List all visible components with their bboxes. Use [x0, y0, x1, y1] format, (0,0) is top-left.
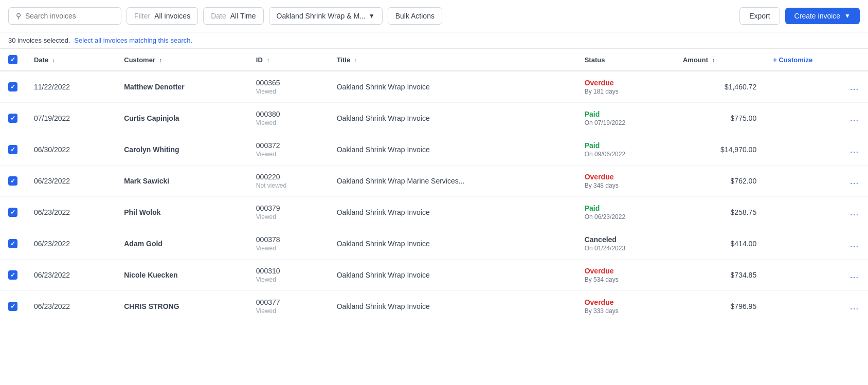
row-more-button[interactable]: …: [849, 270, 860, 281]
customize-link[interactable]: + Customize: [773, 56, 817, 64]
row-more-button[interactable]: …: [849, 176, 860, 187]
row-status: Paid On 09/06/2022: [576, 134, 675, 166]
th-customize[interactable]: + Customize: [765, 49, 868, 71]
row-checkbox-cell[interactable]: [0, 134, 26, 166]
select-all-checkbox-header[interactable]: [0, 49, 26, 71]
th-date[interactable]: Date ↓: [26, 49, 116, 71]
row-checkbox[interactable]: [8, 176, 17, 186]
row-amount: $258.75: [675, 197, 765, 228]
table-row: 06/23/2022 Phil Wolok 000379 Viewed Oakl…: [0, 197, 868, 228]
table-row: 06/30/2022 Carolyn Whiting 000372 Viewed…: [0, 134, 868, 166]
row-id[interactable]: 000372 Viewed: [248, 134, 329, 166]
row-title[interactable]: Oakland Shrink Wrap Invoice: [329, 291, 576, 322]
row-id[interactable]: 000310 Viewed: [248, 260, 329, 291]
row-amount: $796.95: [675, 291, 765, 322]
row-checkbox-cell[interactable]: [0, 228, 26, 260]
row-checkbox[interactable]: [8, 270, 17, 280]
row-actions-cell[interactable]: …: [765, 260, 868, 291]
date-button[interactable]: Date All Time: [203, 7, 263, 25]
row-actions-cell[interactable]: …: [765, 71, 868, 103]
row-more-button[interactable]: …: [849, 239, 860, 249]
search-input[interactable]: [25, 12, 114, 20]
customer-filter-button[interactable]: Oakland Shrink Wrap & M... ▼: [269, 7, 383, 25]
row-checkbox[interactable]: [8, 208, 17, 217]
row-customer[interactable]: Adam Gold: [116, 228, 248, 260]
export-button[interactable]: Export: [739, 7, 780, 25]
sort-title-icon: ↑: [354, 57, 357, 63]
row-checkbox[interactable]: [8, 114, 17, 123]
th-id[interactable]: ID ↑: [248, 49, 329, 71]
row-checkbox[interactable]: [8, 302, 17, 311]
row-checkbox[interactable]: [8, 239, 17, 248]
row-title[interactable]: Oakland Shrink Wrap Invoice: [329, 134, 576, 166]
th-status[interactable]: Status: [576, 49, 675, 71]
th-amount[interactable]: Amount ↑: [675, 49, 765, 71]
selection-bar: 30 invoices selected. Select all invoice…: [0, 32, 868, 49]
row-actions-cell[interactable]: …: [765, 291, 868, 322]
row-id[interactable]: 000379 Viewed: [248, 197, 329, 228]
create-invoice-button[interactable]: Create invoice ▼: [785, 8, 860, 24]
row-customer[interactable]: Phil Wolok: [116, 197, 248, 228]
row-checkbox-cell[interactable]: [0, 291, 26, 322]
bulk-actions-button[interactable]: Bulk Actions: [388, 7, 442, 25]
filter-button[interactable]: Filter All invoices: [126, 7, 198, 25]
row-checkbox-cell[interactable]: [0, 103, 26, 134]
selection-count: 30 invoices selected.: [8, 36, 70, 44]
row-customer[interactable]: Carolyn Whiting: [116, 134, 248, 166]
row-checkbox-cell[interactable]: [0, 197, 26, 228]
header-checkbox[interactable]: [8, 55, 17, 64]
row-date: 11/22/2022: [26, 71, 116, 103]
th-title[interactable]: Title ↑: [329, 49, 576, 71]
row-title[interactable]: Oakland Shrink Wrap Invoice: [329, 197, 576, 228]
row-actions-cell[interactable]: …: [765, 134, 868, 166]
row-id[interactable]: 000378 Viewed: [248, 228, 329, 260]
row-customer[interactable]: Mark Sawicki: [116, 166, 248, 197]
row-checkbox-cell[interactable]: [0, 71, 26, 103]
row-title[interactable]: Oakland Shrink Wrap Invoice: [329, 260, 576, 291]
row-actions-cell[interactable]: …: [765, 103, 868, 134]
row-checkbox[interactable]: [8, 145, 17, 154]
row-id[interactable]: 000380 Viewed: [248, 103, 329, 134]
date-value: All Time: [230, 12, 256, 20]
row-more-button[interactable]: …: [849, 82, 860, 93]
sort-id-icon: ↑: [266, 57, 269, 63]
row-title[interactable]: Oakland Shrink Wrap Invoice: [329, 103, 576, 134]
row-customer[interactable]: Curtis Capinjola: [116, 103, 248, 134]
date-label: Date: [211, 12, 226, 20]
row-checkbox-cell[interactable]: [0, 166, 26, 197]
select-all-link[interactable]: Select all invoices matching this search…: [74, 36, 192, 44]
row-more-button[interactable]: …: [849, 207, 860, 218]
table-row: 06/23/2022 CHRIS STRONG 000377 Viewed Oa…: [0, 291, 868, 322]
sort-amount-icon: ↑: [712, 57, 715, 63]
invoices-table: Date ↓ Customer ↑ ID ↑ Title ↑ Status: [0, 49, 868, 322]
invoices-table-container: Date ↓ Customer ↑ ID ↑ Title ↑ Status: [0, 49, 868, 322]
row-more-button[interactable]: …: [849, 301, 860, 312]
toolbar: ⚲ Filter All invoices Date All Time Oakl…: [0, 0, 868, 32]
row-id[interactable]: 000377 Viewed: [248, 291, 329, 322]
row-actions-cell[interactable]: …: [765, 166, 868, 197]
row-more-button[interactable]: …: [849, 144, 860, 155]
create-invoice-label: Create invoice: [794, 12, 841, 20]
filter-value: All invoices: [154, 12, 190, 20]
row-id[interactable]: 000365 Viewed: [248, 71, 329, 103]
row-actions-cell[interactable]: …: [765, 197, 868, 228]
row-actions-cell[interactable]: …: [765, 228, 868, 260]
row-title[interactable]: Oakland Shrink Wrap Invoice: [329, 228, 576, 260]
bulk-actions-label: Bulk Actions: [395, 12, 435, 20]
row-customer[interactable]: CHRIS STRONG: [116, 291, 248, 322]
row-status: Paid On 07/19/2022: [576, 103, 675, 134]
search-box[interactable]: ⚲: [8, 7, 121, 25]
th-customer[interactable]: Customer ↑: [116, 49, 248, 71]
row-id[interactable]: 000220 Not viewed: [248, 166, 329, 197]
table-row: 06/23/2022 Nicole Kuecken 000310 Viewed …: [0, 260, 868, 291]
row-title[interactable]: Oakland Shrink Wrap Marine Services...: [329, 166, 576, 197]
row-customer[interactable]: Matthew Denotter: [116, 71, 248, 103]
row-amount: $762.00: [675, 166, 765, 197]
row-amount: $1,460.72: [675, 71, 765, 103]
table-row: 07/19/2022 Curtis Capinjola 000380 Viewe…: [0, 103, 868, 134]
row-checkbox[interactable]: [8, 82, 17, 91]
row-more-button[interactable]: …: [849, 113, 860, 124]
row-title[interactable]: Oakland Shrink Wrap Invoice: [329, 71, 576, 103]
row-checkbox-cell[interactable]: [0, 260, 26, 291]
row-customer[interactable]: Nicole Kuecken: [116, 260, 248, 291]
